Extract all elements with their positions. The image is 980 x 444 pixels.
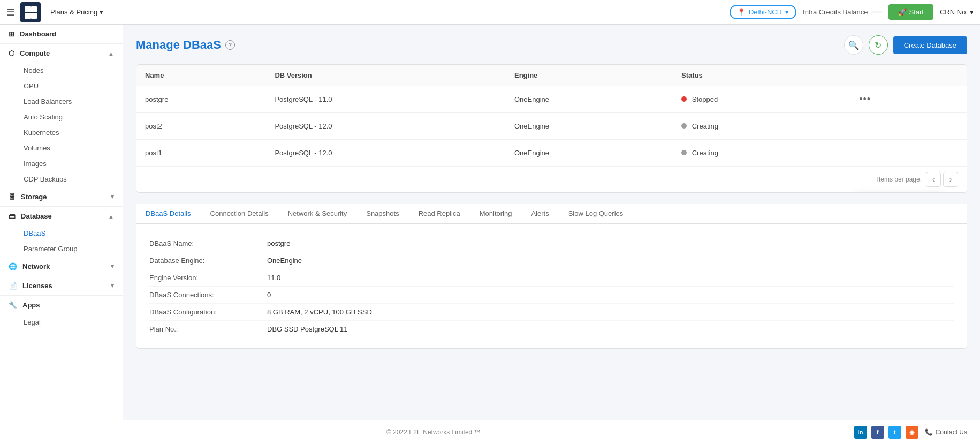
- detail-label-name: DBaaS Name:: [149, 239, 267, 247]
- sidebar-item-dashboard[interactable]: ⊞ Dashboard: [0, 25, 123, 43]
- sidebar-child-legal[interactable]: Legal: [0, 314, 123, 330]
- tab-snapshots[interactable]: Snapshots: [356, 204, 408, 224]
- tab-alerts[interactable]: Alerts: [521, 204, 558, 224]
- sidebar-child-auto-scaling[interactable]: Auto Scaling: [0, 109, 123, 125]
- infra-credits-label: Infra Credits Balance: [803, 8, 868, 16]
- detail-row-plan: Plan No.: DBG SSD PostgreSQL 11: [149, 321, 954, 337]
- plans-pricing-chevron-icon: ▾: [100, 8, 103, 16]
- contact-us-link[interactable]: 📞 Contact Us: [925, 428, 967, 436]
- sidebar-child-volumes[interactable]: Volumes: [0, 140, 123, 156]
- sidebar-section-compute: ⬡ Compute ▲ Nodes GPU Load Balancers Aut…: [0, 44, 123, 187]
- tab-connection-details[interactable]: Connection Details: [201, 204, 278, 224]
- tab-network-security[interactable]: Network & Security: [278, 204, 357, 224]
- crn-chevron-icon: ▾: [970, 8, 974, 16]
- sidebar-group-licenses[interactable]: 📄 Licenses ▾: [0, 276, 123, 295]
- region-label: Delhi-NCR: [749, 8, 782, 16]
- database-table-container: Name DB Version Engine Status postgre Po…: [136, 64, 967, 193]
- row-name: post2: [136, 113, 266, 140]
- svg-rect-2: [25, 13, 31, 19]
- pagination-prev-button[interactable]: ‹: [926, 172, 941, 187]
- sidebar-child-gpu[interactable]: GPU: [0, 78, 123, 94]
- detail-value-engine: OneEngine: [267, 257, 302, 265]
- sidebar-child-kubernetes[interactable]: Kubernetes: [0, 125, 123, 140]
- region-selector[interactable]: 📍 Delhi-NCR ▾: [730, 5, 796, 19]
- tab-slow-log-queries[interactable]: Slow Log Queries: [559, 204, 633, 224]
- col-status: Status: [673, 65, 846, 86]
- table-row: postgre PostgreSQL - 11.0 OneEngine Stop…: [136, 86, 967, 113]
- row-actions: •••: [846, 86, 967, 113]
- tab-dbaas-details[interactable]: DBaaS Details: [136, 204, 201, 224]
- row-name: postgre: [136, 86, 266, 113]
- row-actions: •••: [846, 140, 967, 167]
- linkedin-icon[interactable]: in: [854, 426, 867, 439]
- sidebar-group-network[interactable]: 🌐 Network ▾: [0, 257, 123, 276]
- page-header-actions: 🔍 ↻ Create Database: [844, 35, 967, 55]
- svg-rect-0: [25, 6, 31, 12]
- create-db-label: Create Database: [904, 41, 956, 49]
- page-header: Manage DBaaS ? 🔍 ↻ Create Database: [136, 35, 967, 55]
- detail-value-plan: DBG SSD PostgreSQL 11: [267, 325, 348, 333]
- start-button[interactable]: 🚀 Start: [888, 4, 933, 20]
- storage-label: Storage: [21, 193, 47, 201]
- page-title-text: Manage DBaaS: [136, 38, 221, 52]
- licenses-icon: 📄: [9, 282, 17, 290]
- search-button[interactable]: 🔍: [844, 35, 863, 55]
- rss-icon[interactable]: ◉: [906, 426, 918, 439]
- database-label: Database: [21, 212, 52, 220]
- tab-monitoring[interactable]: Monitoring: [470, 204, 522, 224]
- page-title: Manage DBaaS ?: [136, 38, 235, 52]
- detail-row-name: DBaaS Name: postgre: [149, 235, 954, 252]
- dbaas-details-section: DBaaS Name: postgre Database Engine: One…: [136, 224, 967, 349]
- col-engine: Engine: [506, 65, 673, 86]
- hamburger-icon[interactable]: ☰: [6, 6, 15, 18]
- row-name: post1: [136, 140, 266, 167]
- status-text: Creating: [692, 149, 718, 157]
- detail-label-config: DBaaS Configuration:: [149, 308, 267, 316]
- apps-label: Apps: [22, 301, 40, 309]
- rocket-icon: 🚀: [898, 8, 907, 16]
- svg-rect-1: [31, 6, 37, 12]
- pagination-bar: Items per page: ‹ ›: [136, 166, 967, 192]
- create-database-button[interactable]: Create Database: [893, 36, 967, 54]
- facebook-icon[interactable]: f: [871, 426, 884, 439]
- detail-row-config: DBaaS Configuration: 8 GB RAM, 2 vCPU, 1…: [149, 304, 954, 321]
- tabs-bar: DBaaS Details Connection Details Network…: [136, 204, 967, 224]
- tab-read-replica[interactable]: Read Replica: [409, 204, 470, 224]
- compute-label: Compute: [20, 49, 50, 57]
- sidebar-section-apps: 🔧 Apps Legal: [0, 296, 123, 330]
- twitter-icon[interactable]: t: [888, 426, 901, 439]
- pagination-arrows: ‹ ›: [926, 172, 958, 187]
- main-content: Manage DBaaS ? 🔍 ↻ Create Database Name …: [123, 25, 980, 420]
- crn-selector[interactable]: CRN No. ▾: [940, 8, 974, 16]
- pagination-next-button[interactable]: ›: [943, 172, 958, 187]
- detail-label-version: Engine Version:: [149, 274, 267, 282]
- sidebar-group-apps[interactable]: 🔧 Apps: [0, 296, 123, 314]
- sidebar-child-dbaas[interactable]: DBaaS: [0, 225, 123, 241]
- sidebar-group-compute[interactable]: ⬡ Compute ▲: [0, 44, 123, 63]
- licenses-label: Licenses: [22, 282, 52, 290]
- sidebar-child-load-balancers[interactable]: Load Balancers: [0, 94, 123, 109]
- help-icon[interactable]: ?: [225, 40, 235, 50]
- sidebar-group-database[interactable]: 🗃 Database ▲: [0, 207, 123, 225]
- sidebar-group-storage[interactable]: 🗄 Storage ▾: [0, 187, 123, 206]
- footer-social: in f t ◉: [854, 426, 918, 439]
- detail-value-connections: 0: [267, 291, 271, 299]
- sidebar-section-network: 🌐 Network ▾: [0, 257, 123, 276]
- sidebar-child-parameter-group[interactable]: Parameter Group: [0, 241, 123, 257]
- row-more-button[interactable]: •••: [855, 93, 875, 106]
- storage-icon: 🗄: [9, 193, 16, 201]
- sidebar-child-nodes[interactable]: Nodes: [0, 63, 123, 78]
- phone-icon: 📞: [925, 428, 933, 436]
- database-icon: 🗃: [9, 212, 16, 220]
- database-table: Name DB Version Engine Status postgre Po…: [136, 65, 967, 166]
- plans-pricing-button[interactable]: Plans & Pricing ▾: [46, 6, 108, 18]
- contact-us-label: Contact Us: [936, 428, 967, 436]
- col-actions: [846, 65, 967, 86]
- sidebar-child-cdp-backups[interactable]: CDP Backups: [0, 171, 123, 187]
- sidebar-child-images[interactable]: Images: [0, 156, 123, 171]
- refresh-button[interactable]: ↻: [869, 35, 888, 55]
- footer-links: in f t ◉ 📞 Contact Us: [854, 426, 967, 439]
- col-db-version: DB Version: [266, 65, 506, 86]
- items-per-page-label: Items per page:: [877, 176, 922, 183]
- crn-label: CRN No.: [940, 8, 968, 16]
